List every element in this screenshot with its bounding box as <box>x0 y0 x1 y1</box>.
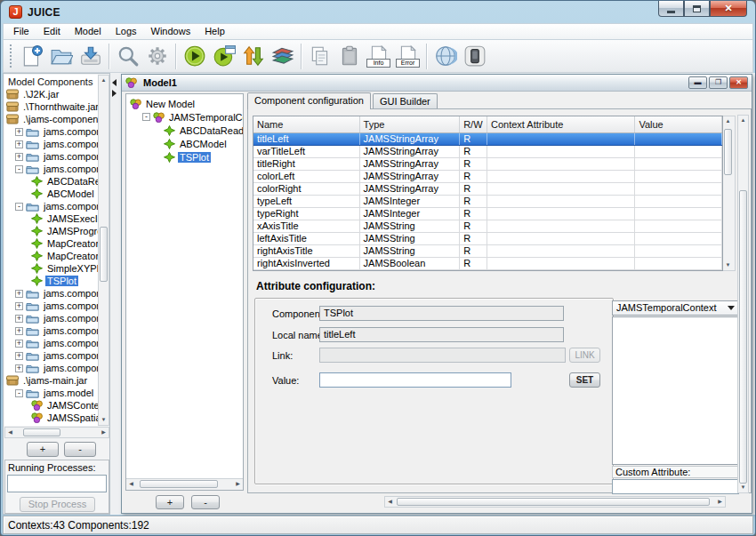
panel-horizontal-scrollbar[interactable]: ◀ ▶ <box>384 496 726 508</box>
settings-gear-icon[interactable] <box>142 43 172 70</box>
tab-gui-builder[interactable]: GUI Builder <box>373 93 438 109</box>
table-row-colorLeft[interactable]: colorLeftJAMSStringArrayR <box>253 171 722 183</box>
tree-item-abcmodel[interactable]: ABCModel <box>4 188 109 200</box>
tree-item-simplexyplo[interactable]: SimpleXYPlo <box>4 262 109 275</box>
tree-item-abcmodel[interactable]: ABCModel <box>126 137 243 150</box>
tree-item-jams-componen[interactable]: +jams.componen <box>4 312 109 324</box>
expander-icon[interactable]: + <box>15 340 23 348</box>
table-row-colorRight[interactable]: colorRightJAMSStringArrayR <box>253 183 722 196</box>
scrollbar-thumb[interactable] <box>100 227 108 282</box>
layers-icon[interactable] <box>268 43 297 70</box>
save-model-icon[interactable] <box>76 43 105 70</box>
column-header-rw[interactable]: R/W <box>460 116 487 132</box>
menu-model[interactable]: Model <box>68 24 109 39</box>
column-header-name[interactable]: Name <box>253 116 360 132</box>
tree-item-jams-model[interactable]: -jams.model <box>4 387 109 399</box>
run-model-gui-icon[interactable] <box>209 43 238 70</box>
tree-item-jamstemporalcontext[interactable]: -JAMSTemporalContext <box>126 110 243 124</box>
close-button[interactable]: ✕ <box>710 1 747 17</box>
tree-item-jams-componen[interactable]: +jams.componen <box>4 324 109 337</box>
tree-item-jams-componen[interactable]: +jams.componen <box>4 138 109 150</box>
tree-item-jamsprogre[interactable]: JAMSProgre <box>4 225 109 237</box>
toolbar-drag-handle[interactable] <box>9 44 12 68</box>
tree-item--jams-main-jar[interactable]: .\jams-main.jar <box>4 374 109 387</box>
tree-item-jams-componen[interactable]: -jams.componen <box>4 163 109 175</box>
tree-item-jams-componen[interactable]: +jams.componen <box>4 337 109 349</box>
sidebar-horizontal-scrollbar[interactable]: ◀ ▶ <box>4 427 109 438</box>
set-button[interactable]: SET <box>569 372 600 388</box>
copy-icon[interactable] <box>305 43 334 70</box>
tree-item--thornthwaite-jar[interactable]: .\Thornthwaite.jar <box>4 100 109 113</box>
tree-item-jams-componen[interactable]: +jams.componen <box>4 362 109 374</box>
table-row-titleLeft[interactable]: titleLeftJAMSStringArrayR <box>253 133 722 146</box>
search-icon[interactable] <box>113 43 142 70</box>
menu-file[interactable]: File <box>6 24 36 39</box>
tree-item-mapcreator[interactable]: MapCreator <box>4 250 109 262</box>
table-row-rightAxisTitle[interactable]: rightAxisTitleJAMSStringR <box>253 245 722 258</box>
context-selector[interactable]: JAMSTemporalContext <box>612 300 739 316</box>
column-header-type[interactable]: Type <box>360 116 461 132</box>
expander-icon[interactable]: + <box>15 153 23 161</box>
table-row-typeRight[interactable]: typeRightJAMSIntegerR <box>253 208 722 220</box>
tree-item-jams-componen[interactable]: +jams.componen <box>4 300 109 312</box>
new-document-icon[interactable] <box>17 43 46 70</box>
info-log-icon[interactable]: Info <box>364 43 393 70</box>
scroll-up-icon[interactable]: ▲ <box>99 76 109 85</box>
device-icon[interactable] <box>460 43 489 70</box>
tree-item--j2k-jar[interactable]: .\J2K.jar <box>4 88 109 100</box>
tree-item-jams-componen[interactable]: +jams.componen <box>4 125 109 138</box>
expander-icon[interactable]: + <box>15 290 23 298</box>
tree-item-mapcreator[interactable]: MapCreator <box>4 237 109 250</box>
panel-vertical-scrollbar[interactable]: ▲ ▼ <box>737 115 749 493</box>
web-icon[interactable] <box>430 43 460 70</box>
paste-icon[interactable] <box>334 43 364 70</box>
scroll-right-icon[interactable]: ▶ <box>715 497 725 507</box>
frame-minimize-button[interactable]: ▬ <box>688 76 707 89</box>
maximize-button[interactable] <box>684 1 710 17</box>
expander-icon[interactable]: + <box>15 315 23 323</box>
custom-attribute-input[interactable] <box>612 479 739 494</box>
menu-help[interactable]: Help <box>197 24 232 39</box>
tree-item-new-model[interactable]: New Model <box>126 97 243 110</box>
scroll-down-icon[interactable]: ▼ <box>723 260 733 270</box>
scroll-up-icon[interactable]: ▲ <box>738 116 748 125</box>
sidebar-splitter[interactable] <box>110 73 120 515</box>
remove-component-button[interactable]: - <box>64 442 96 457</box>
tree-item-jamsspatia[interactable]: JAMSSpatia <box>4 412 109 424</box>
expander-icon[interactable]: + <box>15 140 23 148</box>
expand-right-icon[interactable] <box>112 90 117 97</box>
expander-icon[interactable]: - <box>142 113 150 121</box>
frame-restore-button[interactable]: ❐ <box>709 76 728 89</box>
tree-item-abcdatareader[interactable]: ABCDataReader <box>126 124 243 137</box>
scroll-left-icon[interactable]: ◀ <box>385 497 395 507</box>
tree-item-tsplot[interactable]: TSPlot <box>4 275 109 287</box>
add-component-button[interactable]: + <box>27 442 59 457</box>
minimize-button[interactable] <box>658 1 684 17</box>
tree-item--jams-components[interactable]: .\jams-components <box>4 113 109 125</box>
tree-item-jams-componen[interactable]: +jams.componen <box>4 150 109 163</box>
menu-logs[interactable]: Logs <box>109 24 144 39</box>
scroll-down-icon[interactable]: ▼ <box>99 415 109 425</box>
model-transfer-icon[interactable] <box>238 43 268 70</box>
tree-item-jams-componen[interactable]: +jams.componen <box>4 287 109 300</box>
tree-item-tsplot[interactable]: TSPlot <box>126 150 243 164</box>
table-vertical-scrollbar[interactable]: ▲ ▼ <box>723 116 736 271</box>
table-row-typeLeft[interactable]: typeLeftJAMSIntegerR <box>253 196 722 208</box>
scroll-left-icon[interactable]: ◀ <box>5 428 15 437</box>
scroll-right-icon[interactable]: ▶ <box>99 428 109 437</box>
table-row-rightAxisInverted[interactable]: rightAxisInvertedJAMSBooleanR <box>253 258 722 270</box>
tree-item-abcdatare[interactable]: ABCDataRe <box>4 175 109 188</box>
table-row-leftAxisTitle[interactable]: leftAxisTitleJAMSStringR <box>253 233 722 245</box>
title-bar[interactable]: J JUICE ✕ <box>1 1 755 23</box>
scroll-right-icon[interactable]: ▶ <box>233 479 243 489</box>
expander-icon[interactable]: - <box>15 165 23 173</box>
model1-frame-titlebar[interactable]: Model1 ▬ ❐ ✕ <box>122 75 752 92</box>
run-model-icon[interactable] <box>180 43 209 70</box>
menu-windows[interactable]: Windows <box>144 24 198 39</box>
column-header-context_attribute[interactable]: Context Attribute <box>487 116 635 132</box>
expander-icon[interactable]: - <box>15 389 23 397</box>
tree-item-jamsconte[interactable]: JAMSConte <box>4 399 109 412</box>
expander-icon[interactable]: + <box>15 128 23 136</box>
table-row-varTitleLeft[interactable]: varTitleLeftJAMSStringArrayR <box>253 146 722 158</box>
scroll-up-icon[interactable]: ▲ <box>723 116 733 126</box>
